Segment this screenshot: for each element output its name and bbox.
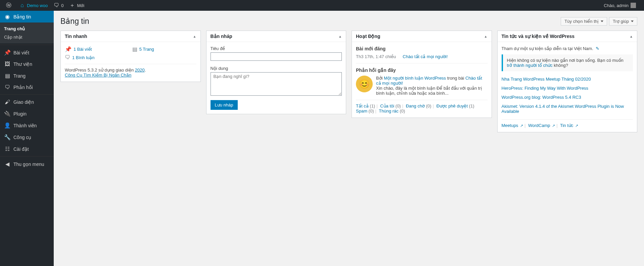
comment-icon: 🗨 [4, 84, 11, 90]
external-icon: ↗ [575, 124, 578, 128]
widget-quick-glance: Tin nhanh▲ 📌1 Bài viết ▤5 Trang 🗨1 Bình … [60, 31, 201, 82]
dashboard-submenu: Trang chủ Cập nhật [0, 23, 54, 43]
wp-logo[interactable]: ⓦ [3, 0, 16, 11]
widget-toggle[interactable]: ▲ [484, 35, 488, 38]
notice-suffix: không? [553, 63, 568, 68]
save-draft-button[interactable]: Lưu nháp [211, 100, 238, 110]
menu-label: Trang [13, 73, 26, 79]
widget-toggle[interactable]: ▲ [338, 35, 342, 38]
menu-settings[interactable]: ☷Cài đặt [0, 143, 54, 155]
filter-spam[interactable]: Spam [356, 108, 367, 114]
external-icon: ↗ [552, 124, 555, 128]
news-item-link[interactable]: HeroPress: Finding My Way With WordPress [502, 86, 589, 91]
wordcamp-link[interactable]: WordCamp [528, 123, 550, 128]
widget-activity: Hoạt Động▲ Bài mới đăng Th3 17th, 1:47 c… [352, 31, 492, 118]
filter-approved[interactable]: Được phê duyệt [436, 103, 468, 108]
news-list: Nha Trang WordPress Meetup Tháng 02/2020… [502, 75, 633, 116]
chevron-down-icon [631, 20, 634, 22]
admin-sidebar: ◉Bảng tin Trang chủ Cập nhật 📌Bài viết 🖼… [0, 11, 54, 266]
widget-title: Bản nháp [211, 34, 232, 39]
button-label: Tùy chọn hiển thị [564, 19, 599, 24]
filter-pending[interactable]: Đang chờ [406, 103, 425, 108]
draft-content-textarea[interactable] [211, 72, 342, 96]
main-content: Bảng tin Tùy chọn hiển thị Trợ giúp Tin … [54, 11, 644, 266]
chevron-down-icon [601, 20, 603, 22]
settings-icon: ☷ [4, 146, 11, 152]
comment-author-link[interactable]: Một người bình luận WordPress [384, 76, 446, 81]
news-item-link[interactable]: Akismet: Version 4.1.4 of the Akismet Wo… [502, 104, 624, 114]
theme-link[interactable]: 2020 [135, 68, 145, 73]
posts-count-link[interactable]: 1 Bài viết [74, 47, 92, 52]
menu-label: Plugin [13, 111, 27, 117]
menu-media[interactable]: 🖼Thư viện [0, 58, 54, 70]
comments-count: 0 [61, 3, 63, 8]
menu-users[interactable]: 👤Thành viên [0, 120, 54, 131]
menu-collapse[interactable]: ◀Thu gọn menu [0, 158, 54, 170]
screen-options-button[interactable]: Tùy chọn hiển thị [561, 17, 607, 26]
filter-mine[interactable]: Của tôi [380, 103, 394, 108]
user-greeting[interactable]: Chào, admin [601, 0, 639, 11]
recent-post-date: Th3 17th, 1:47 chiều [356, 54, 396, 59]
widget-toggle[interactable]: ▲ [193, 35, 196, 38]
menu-appearance[interactable]: 🖌Giao diện [0, 96, 54, 108]
menu-label: Phản hồi [13, 85, 33, 90]
user-icon: 👤 [4, 122, 11, 129]
menu-label: Bảng tin [13, 14, 31, 19]
content-field-label: Nội dung [211, 66, 342, 71]
greeting-text: Chào, admin [604, 3, 629, 8]
filter-all[interactable]: Tất cả [356, 103, 369, 108]
widget-toggle[interactable]: ▲ [630, 35, 633, 38]
recent-post-link[interactable]: Chào tất cả mọi người! [403, 54, 448, 59]
menu-label: Bài viết [13, 50, 29, 55]
user-avatar [631, 3, 636, 8]
news-item-link[interactable]: WordPress.org blog: WordPress 5.4 RC3 [502, 95, 581, 100]
page-title: Bảng tin [60, 17, 89, 26]
menu-tools[interactable]: 🔧Công cụ [0, 131, 54, 143]
new-content-link[interactable]: ＋Mới [66, 0, 87, 11]
menu-label: Giao diện [13, 99, 34, 105]
submenu-label: Cập nhật [4, 35, 22, 40]
menu-label: Thành viên [13, 123, 37, 128]
recent-comments-heading: Phản hồi gần đây [356, 68, 488, 73]
search-engines-blocked-link[interactable]: Công Cụ Tìm Kiếm Bị Ngăn Chặn [65, 73, 131, 78]
menu-label: Thư viện [13, 61, 32, 67]
comments-link[interactable]: 🗨0 [50, 0, 66, 11]
attend-text: Tham dự một sự kiện sắp diễn ra tại Việt… [502, 46, 593, 51]
pages-icon: ▤ [132, 46, 137, 52]
edit-location-icon[interactable]: ✎ [596, 46, 599, 51]
widget-title: Hoạt Động [356, 34, 380, 39]
menu-pages[interactable]: ▤Trang [0, 70, 54, 82]
filter-count: (0) [400, 108, 405, 114]
filter-count: (1) [469, 103, 474, 108]
filter-trash[interactable]: Thùng rác [379, 108, 399, 114]
notice-text: Hiện không có sự kiện nào gần nơi bạn số… [507, 58, 624, 63]
help-button[interactable]: Trợ giúp [609, 17, 637, 26]
menu-label: Công cụ [13, 135, 31, 140]
comments-count-link[interactable]: 1 Bình luận [72, 55, 95, 60]
comment-filters: Tất cả (1)| Của tôi (0)| Đang chờ (0)| Đ… [356, 100, 488, 114]
recent-posts-heading: Bài mới đăng [356, 46, 488, 51]
menu-plugins[interactable]: 🔌Plugin [0, 108, 54, 120]
menu-dashboard[interactable]: ◉Bảng tin [0, 11, 54, 23]
wrench-icon: 🔧 [4, 134, 11, 140]
pages-count-link[interactable]: 5 Trang [139, 47, 154, 52]
home-icon: ⌂ [19, 2, 26, 9]
collapse-icon: ◀ [4, 161, 11, 167]
comment-item: 😊 Bởi Một người bình luận WordPress tron… [356, 76, 488, 96]
news-item-link[interactable]: Nha Trang WordPress Meetup Tháng 02/2020 [502, 77, 591, 82]
menu-posts[interactable]: 📌Bài viết [0, 47, 54, 58]
news-link[interactable]: Tin tức [560, 123, 573, 128]
pin-icon: 📌 [65, 46, 72, 52]
submenu-label: Trang chủ [4, 26, 25, 31]
submenu-updates[interactable]: Cập nhật [0, 33, 54, 41]
meetups-link[interactable]: Meetups [502, 123, 518, 128]
filter-count: (1) [370, 103, 375, 108]
organize-link[interactable]: trở thành người tổ chức [507, 63, 553, 68]
filter-count: (0) [396, 103, 401, 108]
draft-title-input[interactable] [211, 52, 342, 61]
title-field-label: Tiêu đề [211, 46, 342, 51]
comment-icon: 🗨 [65, 54, 70, 60]
site-name-link[interactable]: ⌂Demo woo [16, 0, 50, 11]
submenu-home[interactable]: Trang chủ [0, 25, 54, 33]
menu-comments[interactable]: 🗨Phản hồi [0, 82, 54, 93]
